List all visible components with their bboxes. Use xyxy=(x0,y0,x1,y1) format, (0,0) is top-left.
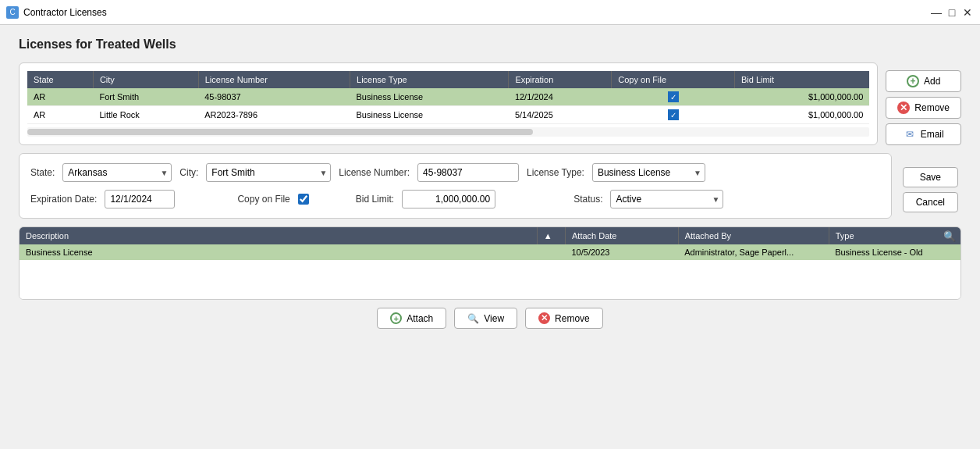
expiration-label: Expiration Date: xyxy=(30,194,97,205)
cell-state: AR xyxy=(27,88,93,106)
view-icon: 🔍 xyxy=(467,313,479,324)
col-attach-date: Attach Date xyxy=(565,227,678,244)
cancel-button[interactable]: Cancel xyxy=(903,192,958,212)
col-sort: ▲ xyxy=(537,227,565,244)
bid-limit-label: Bid Limit: xyxy=(356,194,394,205)
search-icon[interactable]: 🔍 xyxy=(943,230,956,242)
email-label: Email xyxy=(921,129,944,140)
col-attached-by: Attached By xyxy=(678,227,829,244)
copy-on-file-checkbox[interactable] xyxy=(298,194,309,205)
cell-expiration: 12/1/2024 xyxy=(509,88,612,106)
table-row[interactable]: AR Little Rock AR2023-7896 Business Lice… xyxy=(27,106,869,124)
status-select-wrapper: Active Inactive Expired ▼ xyxy=(610,190,723,208)
view-label: View xyxy=(484,313,504,324)
attach-cell-date: 10/5/2023 xyxy=(565,244,678,260)
add-icon: + xyxy=(907,75,919,87)
attach-cell-description: Business License xyxy=(20,244,537,260)
remove-label: Remove xyxy=(914,102,950,113)
col-bid-limit: Bid Limit xyxy=(734,71,869,88)
cell-license-number: 45-98037 xyxy=(198,88,350,106)
cell-bid-limit: $1,000,000.00 xyxy=(734,106,869,124)
cell-expiration: 5/14/2025 xyxy=(509,106,612,124)
copy-on-file-label: Copy on File xyxy=(237,194,289,205)
window-title: Contractor Licenses xyxy=(23,7,107,18)
col-description: Description xyxy=(20,227,537,244)
bottom-buttons: + Attach 🔍 View ✕ Remove xyxy=(19,308,961,329)
form-buttons: Save Cancel xyxy=(900,153,961,226)
attach-label: Attach xyxy=(407,313,433,324)
cell-bid-limit: $1,000,000.00 xyxy=(734,88,869,106)
expiration-input[interactable] xyxy=(105,190,175,208)
city-select[interactable]: Fort Smith xyxy=(206,163,331,182)
email-button[interactable]: ✉ Email xyxy=(886,123,961,145)
col-expiration: Expiration xyxy=(509,71,612,88)
status-select[interactable]: Active Inactive Expired xyxy=(610,190,723,208)
attach-icon: + xyxy=(390,312,402,324)
attach-empty-space xyxy=(20,260,960,299)
remove-bottom-label: Remove xyxy=(555,313,590,324)
app-icon: C xyxy=(6,6,19,19)
attach-cell-by: Administrator, Sage Paperl... xyxy=(678,244,829,260)
window-controls: — □ ✕ xyxy=(930,6,974,19)
cell-license-type: Business License xyxy=(350,88,509,106)
scrollbar-thumb xyxy=(27,129,533,135)
attach-row[interactable]: Business License 10/5/2023 Administrator… xyxy=(20,244,960,260)
add-label: Add xyxy=(924,76,940,87)
license-type-select-wrapper: Business License ▼ xyxy=(592,163,705,182)
copy-check-icon: ✓ xyxy=(668,109,679,120)
save-button[interactable]: Save xyxy=(903,167,958,187)
state-select-wrapper: Arkansas ▼ xyxy=(62,163,172,182)
state-select[interactable]: Arkansas xyxy=(62,163,172,182)
license-type-label: License Type: xyxy=(527,167,584,178)
cell-license-type: Business License xyxy=(350,106,509,124)
maximize-button[interactable]: □ xyxy=(946,6,958,19)
remove-bottom-icon: ✕ xyxy=(538,312,550,324)
state-label: State: xyxy=(30,167,55,178)
page-title: Licenses for Treated Wells xyxy=(19,37,961,52)
attach-table-wrapper[interactable]: Description ▲ Attach Date Attached By Ty… xyxy=(20,227,960,260)
attach-table: Description ▲ Attach Date Attached By Ty… xyxy=(20,227,960,260)
form-panel: State: Arkansas ▼ City: Fort Smith ▼ Lic… xyxy=(19,153,892,219)
add-button[interactable]: + Add xyxy=(886,70,961,92)
license-table-wrapper[interactable]: State City License Number License Type E… xyxy=(27,71,869,124)
license-panel: State City License Number License Type E… xyxy=(19,62,961,153)
city-select-wrapper: Fort Smith ▼ xyxy=(206,163,331,182)
email-icon: ✉ xyxy=(904,128,916,141)
attach-cell-sort xyxy=(537,244,565,260)
main-content: Licenses for Treated Wells State City Li… xyxy=(0,25,980,449)
col-type: Type 🔍 xyxy=(829,227,960,244)
attach-button[interactable]: + Attach xyxy=(377,308,446,329)
cell-license-number: AR2023-7896 xyxy=(198,106,350,124)
table-row[interactable]: AR Fort Smith 45-98037 Business License … xyxy=(27,88,869,106)
attachment-panel: Description ▲ Attach Date Attached By Ty… xyxy=(19,226,961,300)
form-section: State: Arkansas ▼ City: Fort Smith ▼ Lic… xyxy=(19,153,961,226)
license-table: State City License Number License Type E… xyxy=(27,71,869,124)
status-label: Status: xyxy=(573,194,602,205)
license-side-buttons: + Add ✕ Remove ✉ Email xyxy=(886,62,961,153)
view-button[interactable]: 🔍 View xyxy=(454,308,517,329)
form-row-1: State: Arkansas ▼ City: Fort Smith ▼ Lic… xyxy=(30,163,880,182)
horizontal-scrollbar[interactable] xyxy=(27,127,869,137)
remove-button[interactable]: ✕ Remove xyxy=(886,97,961,119)
cell-city: Little Rock xyxy=(93,106,198,124)
col-license-number: License Number xyxy=(198,71,350,88)
license-number-input[interactable] xyxy=(417,163,519,182)
license-table-panel: State City License Number License Type E… xyxy=(19,62,878,145)
license-type-select[interactable]: Business License xyxy=(592,163,705,182)
attach-cell-type: Business License - Old xyxy=(829,244,960,260)
cell-state: AR xyxy=(27,106,93,124)
form-row-2: Expiration Date: Copy on File Bid Limit:… xyxy=(30,190,880,208)
minimize-button[interactable]: — xyxy=(930,6,943,19)
cell-copy-on-file: ✓ xyxy=(612,106,735,124)
license-number-label: License Number: xyxy=(339,167,410,178)
remove-bottom-button[interactable]: ✕ Remove xyxy=(525,308,603,329)
copy-check-icon: ✓ xyxy=(668,91,679,102)
cell-city: Fort Smith xyxy=(93,88,198,106)
col-city: City xyxy=(93,71,198,88)
col-copy-on-file: Copy on File xyxy=(612,71,735,88)
bid-limit-input[interactable] xyxy=(402,190,495,208)
city-label: City: xyxy=(179,167,198,178)
cell-copy-on-file: ✓ xyxy=(612,88,735,106)
close-button[interactable]: ✕ xyxy=(961,6,974,19)
col-state: State xyxy=(27,71,93,88)
